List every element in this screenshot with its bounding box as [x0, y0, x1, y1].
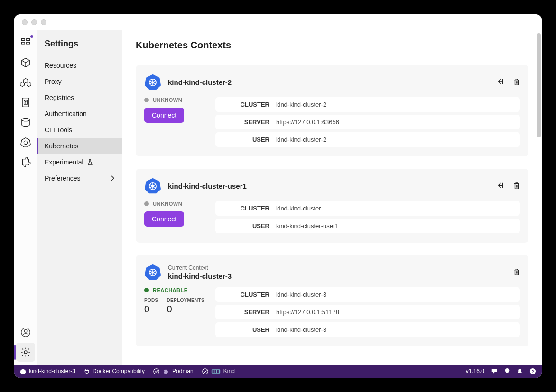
dashboard-icon — [20, 37, 31, 48]
delete-context-button[interactable] — [513, 182, 520, 190]
info-key: SERVER — [222, 119, 269, 126]
use-context-button[interactable] — [497, 78, 505, 86]
traffic-minimize[interactable] — [31, 19, 37, 25]
rail-kubernetes[interactable] — [16, 133, 35, 152]
svg-point-42 — [167, 371, 167, 372]
settings-sidebar: Settings Resources Proxy Registries Auth… — [37, 30, 122, 365]
status-badge: UNKNOWN — [144, 201, 206, 207]
status-dot-icon — [144, 201, 149, 206]
sb-kind[interactable]: Kind — [202, 368, 235, 374]
svg-point-40 — [164, 369, 168, 374]
rail-extensions[interactable] — [16, 153, 35, 172]
rail-images[interactable] — [16, 93, 35, 112]
context-stats: PODS0 DEPLOYMENTS0 — [144, 298, 206, 315]
context-card: kind-kind-cluster-user1 UNKNOWN Connect … — [136, 169, 528, 243]
login-icon — [497, 182, 505, 190]
stat-value-deployments: 0 — [167, 304, 204, 315]
status-badge: REACHABLE — [144, 287, 206, 293]
info-key: CLUSTER — [222, 205, 269, 212]
sb-kind-label: Kind — [223, 368, 235, 374]
rail-containers[interactable] — [16, 53, 35, 72]
info-value: https://127.0.0.1:51178 — [276, 309, 339, 316]
svg-rect-46 — [214, 370, 216, 373]
traffic-close[interactable] — [22, 19, 28, 25]
info-key: USER — [222, 222, 269, 229]
info-value: https://127.0.0.1:63656 — [276, 119, 339, 126]
svg-rect-45 — [212, 370, 213, 373]
context-info-row: CLUSTERkind-kind-cluster — [215, 201, 520, 216]
context-name: kind-kind-cluster-3 — [168, 272, 232, 280]
info-key: USER — [222, 136, 269, 143]
check-circle-icon — [202, 368, 208, 374]
info-value: kind-kind-cluster-2 — [276, 101, 326, 108]
scrollbar[interactable] — [537, 33, 541, 137]
connect-button[interactable]: Connect — [144, 108, 184, 123]
svg-point-5 — [21, 118, 29, 121]
app-window: Settings Resources Proxy Registries Auth… — [14, 14, 542, 378]
cubes-icon — [20, 78, 31, 87]
context-info-row: USERkind-kind-cluster-2 — [215, 132, 520, 147]
status-text: UNKNOWN — [153, 97, 182, 103]
svg-point-39 — [154, 368, 159, 374]
kubernetes-icon — [144, 264, 161, 281]
kubernetes-icon — [144, 177, 161, 194]
svg-marker-38 — [20, 369, 26, 374]
rail-accounts[interactable] — [16, 323, 35, 342]
info-key: USER — [222, 326, 269, 333]
settings-item-kubernetes[interactable]: Kubernetes — [37, 138, 122, 154]
status-text: REACHABLE — [153, 287, 188, 293]
kind-icon — [211, 368, 221, 374]
delete-context-button[interactable] — [513, 78, 520, 86]
settings-item-label: Experimental — [45, 158, 83, 166]
use-context-button[interactable] — [497, 182, 505, 190]
settings-item-label: Authentication — [45, 110, 87, 118]
statusbar: kind-kind-cluster-3 Docker Compatibility… — [14, 365, 542, 378]
rail-volumes[interactable] — [16, 113, 35, 132]
stat-value-pods: 0 — [144, 304, 158, 315]
svg-rect-0 — [21, 39, 24, 41]
settings-item-authentication[interactable]: Authentication — [37, 106, 122, 122]
svg-text:?: ? — [531, 369, 534, 374]
bell-icon[interactable] — [517, 368, 523, 374]
bulb-icon[interactable] — [504, 368, 510, 374]
kubernetes-icon — [20, 368, 26, 374]
settings-item-label: Kubernetes — [45, 142, 79, 150]
trash-icon — [513, 182, 520, 190]
stat-label-deployments: DEPLOYMENTS — [167, 298, 204, 303]
main-content: Kubernetes Contexts kind-kind-cluster-2 … — [122, 30, 542, 365]
settings-item-proxy[interactable]: Proxy — [37, 73, 122, 90]
rail-pods[interactable] — [16, 73, 35, 92]
kubernetes-icon — [144, 73, 161, 91]
rail-dashboard[interactable] — [16, 33, 35, 52]
settings-item-registries[interactable]: Registries — [37, 90, 122, 106]
sb-docker[interactable]: Docker Compatibility — [84, 368, 145, 374]
traffic-zoom[interactable] — [41, 19, 46, 25]
cube-icon — [20, 57, 31, 68]
sb-context-label: kind-kind-cluster-3 — [29, 368, 75, 374]
database-icon — [20, 118, 31, 127]
check-circle-icon — [153, 368, 159, 374]
delete-context-button[interactable] — [513, 268, 520, 276]
notification-dot-icon — [30, 35, 33, 38]
svg-rect-47 — [217, 370, 218, 373]
sb-context[interactable]: kind-kind-cluster-3 — [20, 368, 75, 374]
settings-item-label: CLI Tools — [45, 126, 72, 134]
settings-item-experimental[interactable]: Experimental — [37, 154, 122, 170]
settings-item-label: Registries — [45, 94, 74, 101]
rail-settings[interactable] — [16, 343, 35, 362]
status-badge: UNKNOWN — [144, 97, 206, 103]
settings-item-resources[interactable]: Resources — [37, 57, 122, 73]
settings-title: Settings — [37, 39, 122, 57]
login-icon — [497, 78, 505, 86]
context-info-row: SERVERhttps://127.0.0.1:51178 — [215, 305, 520, 319]
svg-rect-2 — [21, 42, 24, 44]
connect-button[interactable]: Connect — [144, 211, 184, 227]
svg-point-9 — [24, 329, 27, 332]
sb-podman[interactable]: Podman — [153, 368, 194, 374]
chat-icon[interactable] — [491, 368, 498, 374]
podman-icon — [162, 368, 169, 374]
help-icon[interactable]: ? — [529, 368, 536, 374]
settings-item-cli-tools[interactable]: CLI Tools — [37, 122, 122, 138]
trash-icon — [513, 268, 520, 276]
settings-item-preferences[interactable]: Preferences — [37, 170, 122, 186]
